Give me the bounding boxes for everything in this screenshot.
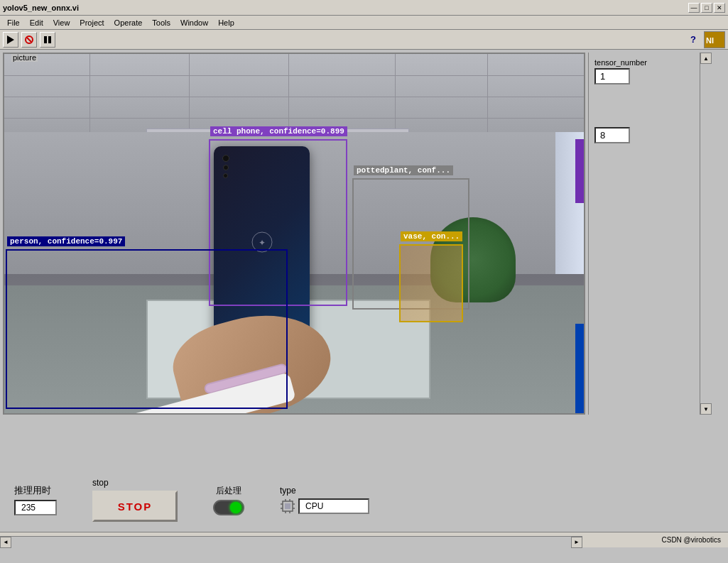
cpu-icon [280,498,295,514]
title-bar: yolov5_new_onnx.vi — □ ✕ [0,0,728,16]
h-scroll-track [11,537,571,548]
inference-time-group: 推理用时 235 [14,484,57,515]
minimize-button[interactable]: — [688,3,700,13]
inference-time-label: 推理用时 [14,484,57,497]
menu-window[interactable]: Window [176,18,212,28]
maximize-button[interactable]: □ [701,3,712,13]
menu-file[interactable]: File [3,18,24,28]
camera-image: ✦ cell phone, confidence=0.899 person, c… [4,54,584,413]
status-bar: ◄ ► CSDN @virobotics [0,532,728,547]
type-group: type CPU [280,486,369,514]
tensor-section: tensor_number 1 8 [592,55,708,146]
stop-label: stop [92,478,109,488]
ni-logo: NI [704,31,725,48]
post-proc-label: 后处理 [216,485,241,497]
scroll-down-button[interactable]: ▼ [700,403,712,415]
stop-button-group: stop STOP [92,478,178,522]
post-proc-toggle[interactable] [213,500,244,515]
scroll-left-button[interactable]: ◄ [0,537,11,548]
svg-rect-10 [285,503,290,509]
toolbar: ? NI [0,30,728,50]
scroll-right-button[interactable]: ► [571,537,582,548]
scroll-up-button[interactable]: ▲ [700,53,712,64]
bottom-controls: 推理用时 235 stop STOP 后处理 type [0,468,728,532]
pause-button[interactable] [40,32,55,48]
vertical-scrollbar[interactable]: ▲ ▼ [700,53,711,415]
svg-rect-4 [48,36,51,43]
menu-help[interactable]: Help [214,18,239,28]
window-title: yolov5_new_onnx.vi [3,4,79,12]
menu-view[interactable]: View [49,18,75,28]
tensor-label: tensor_number [594,58,705,67]
close-button[interactable]: ✕ [714,3,725,13]
main-area: picture [0,50,728,547]
svg-rect-3 [44,36,47,43]
svg-text:✦: ✦ [259,238,266,248]
window-controls: — □ ✕ [688,3,725,13]
post-process-group: 后处理 [213,485,244,515]
inference-time-value: 235 [14,500,57,515]
image-panel: picture [3,53,585,415]
type-label: type [280,486,369,496]
stop-button[interactable]: STOP [92,491,178,522]
menu-bar: File Edit View Project Operate Tools Win… [0,16,728,30]
tensor-value: 1 [594,68,630,84]
svg-text:NI: NI [706,36,714,45]
num8-value: 8 [594,127,630,143]
run-button[interactable] [3,32,18,48]
toggle-knob [230,502,241,513]
menu-tools[interactable]: Tools [148,18,175,28]
help-icon[interactable]: ? [685,32,701,48]
image-panel-label: picture [11,53,38,62]
menu-edit[interactable]: Edit [26,18,48,28]
status-text: CSDN @virobotics [661,536,721,544]
cpu-value[interactable]: CPU [298,498,369,514]
svg-line-2 [27,38,31,42]
menu-project[interactable]: Project [75,18,108,28]
stop-run-button[interactable] [21,32,37,48]
scroll-track [700,64,711,403]
right-panel: tensor_number 1 8 ▲ ▼ [588,53,711,415]
menu-operate[interactable]: Operate [110,18,147,28]
svg-marker-0 [7,35,14,44]
